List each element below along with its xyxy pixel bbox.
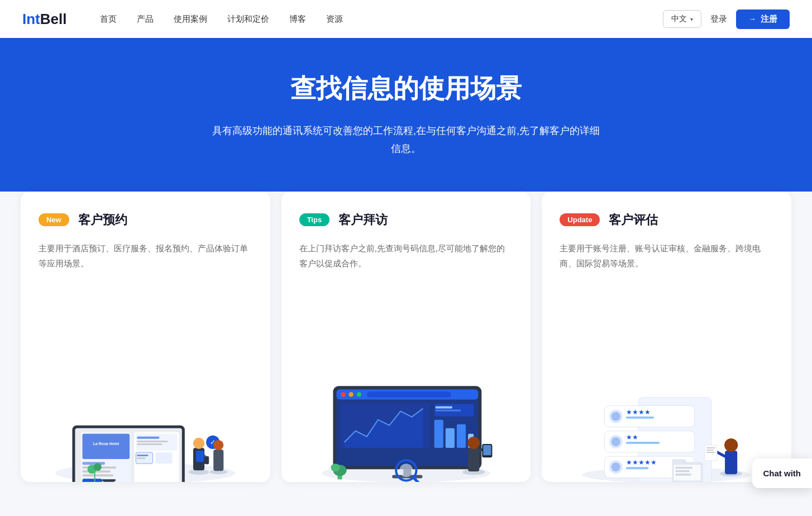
svg-rect-101 <box>672 460 686 464</box>
svg-rect-15 <box>136 434 178 451</box>
cards-section: New 客户预约 主要用于酒店预订、医疗服务、报名预约、产品体验订单等应用场景。 <box>0 192 812 515</box>
svg-rect-97 <box>706 447 715 448</box>
register-label: 注册 <box>761 14 777 25</box>
illustration-svg-evaluation: ★★★★ ★★ ★★★★★ <box>560 364 773 481</box>
svg-point-79 <box>612 412 620 421</box>
illustration-svg-appointment: La Rosa Hotel <box>39 369 252 481</box>
nav-resources[interactable]: 资源 <box>326 14 343 25</box>
card-visit: Tips 客户拜访 在上门拜访客户之前,先查询号码信息,尽可能地了解您的客户以促… <box>281 192 531 482</box>
svg-point-84 <box>612 437 620 446</box>
svg-rect-54 <box>367 392 451 398</box>
cards-grid: New 客户预约 主要用于酒店预订、医疗服务、报名预约、产品体验订单等应用场景。 <box>21 192 791 482</box>
svg-rect-13 <box>83 479 102 482</box>
svg-point-74 <box>331 464 340 472</box>
svg-rect-7 <box>83 434 130 459</box>
svg-rect-104 <box>676 471 690 472</box>
svg-rect-99 <box>706 452 715 453</box>
nav-home[interactable]: 首页 <box>100 14 117 25</box>
login-button[interactable]: 登录 <box>710 14 727 25</box>
card-desc-evaluation: 主要用于账号注册、账号认证审核、金融服务、跨境电商、国际贸易等场景。 <box>560 241 773 359</box>
chat-widget-text: Chat with <box>763 469 801 478</box>
logo-int: Int <box>22 11 40 28</box>
svg-rect-22 <box>137 455 148 456</box>
logo[interactable]: IntBell <box>22 11 66 28</box>
card-illustration-evaluation: ★★★★ ★★ ★★★★★ <box>560 359 773 482</box>
svg-rect-62 <box>435 410 460 412</box>
svg-point-52 <box>348 393 353 397</box>
svg-point-51 <box>341 393 345 397</box>
svg-rect-33 <box>213 450 223 471</box>
card-appointment: New 客户预约 主要用于酒店预订、医疗服务、报名预约、产品体验订单等应用场景。 <box>21 192 270 482</box>
chevron-down-icon: ▾ <box>690 16 693 22</box>
card-title-visit: 客户拜访 <box>338 212 388 228</box>
svg-point-65 <box>467 437 480 449</box>
svg-point-38 <box>94 464 102 471</box>
logo-bell: Bell <box>40 11 67 28</box>
svg-rect-68 <box>483 445 491 455</box>
badge-tips: Tips <box>299 213 330 226</box>
svg-text:★★★★★: ★★★★★ <box>626 459 657 467</box>
svg-rect-56 <box>434 420 443 448</box>
svg-rect-21 <box>155 452 172 464</box>
svg-rect-58 <box>457 424 466 448</box>
badge-new: New <box>39 213 69 226</box>
svg-rect-17 <box>137 441 168 442</box>
arrow-right-icon: → <box>748 15 756 23</box>
card-desc-appointment: 主要用于酒店预订、医疗服务、报名预约、产品体验订单等应用场景。 <box>39 241 252 359</box>
card-evaluation: Update 客户评估 主要用于账号注册、账号认证审核、金融服务、跨境电商、国际… <box>542 192 791 482</box>
svg-point-94 <box>724 438 738 452</box>
svg-rect-57 <box>445 428 454 448</box>
nav-links: 首页 产品 使用案例 计划和定价 博客 资源 <box>100 14 663 25</box>
card-desc-visit: 在上门拜访客户之前,先查询号码信息,尽可能地了解您的客户以促成合作。 <box>299 241 513 359</box>
card-title-appointment: 客户预约 <box>78 212 127 228</box>
svg-rect-12 <box>83 475 113 477</box>
svg-point-30 <box>193 438 204 449</box>
svg-rect-61 <box>435 407 452 409</box>
svg-rect-18 <box>137 443 162 445</box>
card-header-evaluation: Update 客户评估 <box>560 212 773 228</box>
nav-right: 中文 ▾ 登录 → 注册 <box>663 9 790 29</box>
svg-rect-31 <box>196 451 204 462</box>
svg-rect-81 <box>626 417 654 419</box>
svg-rect-35 <box>204 456 209 464</box>
illustration-svg-visit <box>299 364 513 481</box>
register-button[interactable]: → 注册 <box>736 9 790 29</box>
language-label: 中文 <box>671 14 687 24</box>
svg-text:★★: ★★ <box>626 433 638 441</box>
card-header-appointment: New 客户预约 <box>39 212 252 228</box>
nav-blog[interactable]: 博客 <box>289 14 306 25</box>
nav-cases[interactable]: 使用案例 <box>174 14 207 25</box>
chat-widget[interactable]: Chat with <box>752 458 813 488</box>
svg-rect-9 <box>83 462 105 465</box>
svg-point-53 <box>356 393 361 397</box>
svg-rect-103 <box>676 467 692 469</box>
language-selector[interactable]: 中文 ▾ <box>663 10 701 28</box>
svg-rect-98 <box>706 450 714 451</box>
navbar: IntBell 首页 产品 使用案例 计划和定价 博客 资源 中文 ▾ 登录 →… <box>0 0 812 38</box>
card-header-visit: Tips 客户拜访 <box>299 212 513 228</box>
svg-text:La Rosa Hotel: La Rosa Hotel <box>93 442 119 446</box>
svg-rect-41 <box>102 480 116 481</box>
svg-rect-23 <box>137 457 145 459</box>
hero-section: 查找信息的使用场景 具有高级功能的通讯系统可改善您的工作流程,在与任何客户沟通之… <box>0 38 812 214</box>
svg-rect-93 <box>725 451 737 474</box>
svg-point-34 <box>213 440 223 450</box>
svg-rect-86 <box>626 442 660 444</box>
badge-update: Update <box>560 213 600 226</box>
svg-point-70 <box>399 464 413 477</box>
svg-rect-16 <box>137 437 159 439</box>
svg-rect-105 <box>676 474 691 476</box>
svg-point-89 <box>612 463 620 472</box>
card-illustration-visit <box>299 359 513 482</box>
hero-title: 查找信息的使用场景 <box>22 71 790 106</box>
hero-subtitle: 具有高级功能的通讯系统可改善您的工作流程,在与任何客户沟通之前,先了解客户的详细… <box>211 122 601 158</box>
card-illustration-appointment: La Rosa Hotel <box>39 359 252 482</box>
svg-rect-91 <box>626 467 648 470</box>
nav-product[interactable]: 产品 <box>137 14 154 25</box>
svg-text:★★★★: ★★★★ <box>626 408 651 416</box>
card-title-evaluation: 客户评估 <box>609 212 658 228</box>
nav-pricing[interactable]: 计划和定价 <box>227 14 269 25</box>
